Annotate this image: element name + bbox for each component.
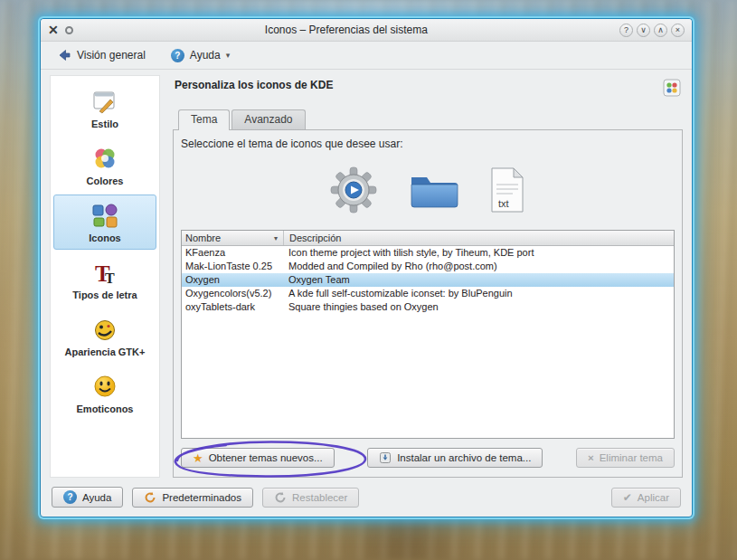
sidebar: Estilo Colores bbox=[50, 75, 160, 478]
theme-name: Mak-LionTaste 0.25 bbox=[182, 260, 283, 273]
sidebar-item-apariencia-gtk[interactable]: Apariencia GTK+ bbox=[53, 308, 156, 364]
table-header: Nombre ▾ Descripción bbox=[182, 231, 674, 246]
apply-button[interactable]: ✔ Aplicar bbox=[611, 488, 681, 508]
theme-description: A kde full self-customizable iconset: by… bbox=[283, 287, 674, 300]
theme-name: KFaenza bbox=[182, 246, 283, 260]
tab-bar: Tema Avanzado bbox=[173, 109, 683, 129]
txt-file-icon: txt bbox=[488, 166, 526, 214]
theme-table: Nombre ▾ Descripción KFaenza Icon theme … bbox=[181, 230, 675, 439]
page-title: Personaliza los iconos de KDE bbox=[175, 79, 663, 91]
toolbar-help-button[interactable]: ? Ayuda ▾ bbox=[165, 46, 235, 65]
system-settings-window: ✕ Iconos – Preferencias del sistema ? ∨ … bbox=[40, 18, 693, 517]
tab-avanzado[interactable]: Avanzado bbox=[231, 109, 305, 129]
gtk-appearance-icon bbox=[56, 314, 154, 345]
sidebar-item-label: Iconos bbox=[56, 233, 154, 243]
sidebar-item-label: Emoticonos bbox=[56, 403, 154, 414]
theme-tab-panel: Seleccione el tema de iconos que desee u… bbox=[173, 129, 683, 478]
toolbar-help-label: Ayuda bbox=[190, 49, 221, 62]
theme-name: Oxygen bbox=[182, 273, 283, 287]
titlebar[interactable]: ✕ Iconos – Preferencias del sistema ? ∨ … bbox=[41, 19, 692, 42]
theme-description: Modded and Compiled by Rho (rho@post.com… bbox=[283, 260, 674, 273]
tab-tema[interactable]: Tema bbox=[178, 109, 230, 130]
main-panel: Personaliza los iconos de KDE Tema Avanz… bbox=[173, 75, 683, 478]
theme-name: Oxygencolors(v5.2) bbox=[182, 287, 283, 300]
remove-icon: × bbox=[588, 452, 594, 463]
window-menu-icon[interactable]: ✕ bbox=[48, 24, 59, 36]
column-header-descripcion[interactable]: Descripción bbox=[283, 231, 674, 245]
theme-name: oxyTablets-dark bbox=[182, 300, 283, 314]
get-new-themes-button[interactable]: ★ Obtener temas nuevos... bbox=[181, 448, 335, 468]
defaults-label: Predeterminados bbox=[162, 492, 241, 503]
window-close-button[interactable]: × bbox=[671, 24, 685, 37]
pin-icon[interactable] bbox=[65, 26, 73, 34]
emoticons-icon bbox=[56, 371, 154, 402]
apply-label: Aplicar bbox=[638, 492, 669, 503]
fonts-icon: T T bbox=[56, 257, 154, 288]
theme-description: Icon theme project with tilish style, by… bbox=[283, 246, 674, 260]
txt-label: txt bbox=[498, 198, 509, 209]
defaults-icon bbox=[144, 491, 156, 504]
column-label-nombre: Nombre bbox=[185, 233, 221, 243]
footer-button-row: ? Ayuda Predeterminados Restablecer ✔ Ap… bbox=[41, 479, 692, 517]
install-icon bbox=[379, 451, 392, 464]
sidebar-item-label: Tipos de letra bbox=[56, 289, 154, 300]
install-theme-file-label: Instalar un archivo de tema... bbox=[397, 452, 531, 463]
content-area: Estilo Colores bbox=[41, 70, 692, 479]
sidebar-item-label: Estilo bbox=[56, 119, 154, 129]
icons-icon bbox=[56, 200, 154, 231]
table-row-kfaenza[interactable]: KFaenza Icon theme project with tilish s… bbox=[182, 246, 674, 260]
get-new-themes-label: Obtener temas nuevos... bbox=[209, 452, 323, 463]
column-header-nombre[interactable]: Nombre ▾ bbox=[182, 231, 283, 245]
table-body: KFaenza Icon theme project with tilish s… bbox=[182, 246, 674, 438]
sidebar-item-tipos-de-letra[interactable]: T T Tipos de letra bbox=[53, 252, 156, 307]
back-overview-label: Visión general bbox=[77, 49, 146, 62]
titlebar-left: ✕ bbox=[48, 24, 73, 36]
titlebar-buttons: ? ∨ ∧ × bbox=[619, 24, 685, 37]
help-icon: ? bbox=[63, 490, 77, 504]
back-arrow-icon bbox=[57, 48, 71, 62]
window-help-button[interactable]: ? bbox=[619, 24, 633, 37]
star-icon: ★ bbox=[193, 453, 203, 463]
sidebar-item-iconos[interactable]: Iconos bbox=[53, 195, 156, 250]
sidebar-item-label: Apariencia GTK+ bbox=[56, 346, 154, 357]
sidebar-item-colores[interactable]: Colores bbox=[53, 138, 156, 193]
svg-text:T: T bbox=[105, 271, 115, 286]
column-label-descripcion: Descripción bbox=[289, 233, 341, 243]
icon-preview: txt bbox=[181, 150, 675, 230]
defaults-button[interactable]: Predeterminados bbox=[132, 488, 253, 508]
back-overview-button[interactable]: Visión general bbox=[52, 45, 151, 65]
window-maximize-button[interactable]: ∧ bbox=[654, 24, 667, 37]
reset-label: Restablecer bbox=[292, 492, 347, 503]
folder-icon bbox=[407, 169, 459, 211]
install-theme-file-button[interactable]: Instalar un archivo de tema... bbox=[367, 448, 543, 468]
select-theme-label: Seleccione el tema de iconos que desee u… bbox=[181, 138, 675, 150]
table-row-mak-liontaste[interactable]: Mak-LionTaste 0.25 Modded and Compiled b… bbox=[182, 260, 674, 273]
theme-description: Oxygen Team bbox=[283, 273, 674, 287]
apply-check-icon: ✔ bbox=[623, 491, 632, 504]
sidebar-item-emoticonos[interactable]: Emoticonos bbox=[53, 365, 156, 421]
help-label: Ayuda bbox=[82, 492, 111, 503]
theme-buttons-row: ★ Obtener temas nuevos... Instalar un ar… bbox=[181, 448, 675, 468]
toolbar: Visión general ? Ayuda ▾ bbox=[41, 42, 692, 70]
theme-description: Square thingies based on Oxygen bbox=[283, 300, 674, 314]
window-title: Iconos – Preferencias del sistema bbox=[79, 24, 614, 36]
style-icon bbox=[56, 86, 154, 117]
chevron-down-icon: ▾ bbox=[226, 51, 231, 60]
reset-button[interactable]: Restablecer bbox=[262, 488, 359, 508]
system-gear-icon bbox=[329, 166, 378, 214]
table-row-oxygencolors[interactable]: Oxygencolors(v5.2) A kde full self-custo… bbox=[182, 287, 674, 300]
table-row-oxygen[interactable]: Oxygen Oxygen Team bbox=[182, 273, 674, 287]
sidebar-item-estilo[interactable]: Estilo bbox=[53, 81, 156, 136]
window-minimize-button[interactable]: ∨ bbox=[637, 24, 650, 37]
table-row-oxytablets[interactable]: oxyTablets-dark Square thingies based on… bbox=[182, 300, 674, 314]
reset-icon bbox=[274, 491, 287, 504]
main-header: Personaliza los iconos de KDE bbox=[173, 75, 683, 97]
module-icon bbox=[663, 79, 681, 97]
help-icon: ? bbox=[171, 49, 184, 62]
sort-indicator-icon[interactable]: ▾ bbox=[274, 234, 278, 242]
remove-theme-label: Eliminar tema bbox=[600, 452, 663, 463]
help-button[interactable]: ? Ayuda bbox=[52, 487, 123, 508]
remove-theme-button[interactable]: × Eliminar tema bbox=[576, 448, 675, 468]
sidebar-item-label: Colores bbox=[56, 176, 154, 186]
colors-icon bbox=[56, 143, 154, 174]
